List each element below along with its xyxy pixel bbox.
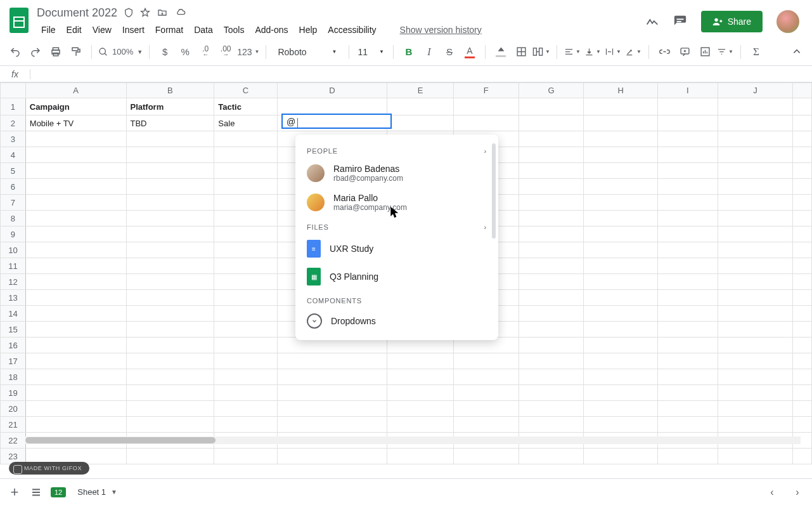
cell[interactable]: [718, 353, 792, 369]
cell[interactable]: [214, 322, 277, 338]
percent-button[interactable]: %: [176, 43, 194, 61]
component-item[interactable]: Dropdowns: [295, 308, 498, 334]
person-item[interactable]: Ramiro Badenas rbad@company.com: [295, 159, 498, 188]
cell[interactable]: [126, 385, 214, 401]
cell[interactable]: [793, 211, 812, 226]
row-header[interactable]: 17: [1, 353, 26, 369]
cell[interactable]: [519, 306, 584, 322]
notification-badge[interactable]: 12: [51, 487, 66, 497]
cell[interactable]: [657, 242, 718, 258]
cell[interactable]: [387, 353, 454, 369]
row-header[interactable]: 21: [1, 417, 26, 433]
row-header[interactable]: 18: [1, 369, 26, 385]
cell[interactable]: [214, 195, 277, 211]
cell[interactable]: [519, 290, 584, 306]
cell[interactable]: [718, 385, 792, 401]
cell[interactable]: [519, 385, 584, 401]
more-formats-button[interactable]: 123▼: [237, 43, 259, 61]
cell[interactable]: [657, 401, 718, 417]
cell[interactable]: [657, 322, 718, 338]
cell[interactable]: [718, 338, 792, 353]
cell[interactable]: [793, 338, 812, 353]
row-header[interactable]: 13: [1, 290, 26, 306]
cell[interactable]: [214, 226, 277, 242]
menu-insert[interactable]: Insert: [118, 22, 149, 37]
cell[interactable]: [126, 195, 214, 211]
row-header[interactable]: 14: [1, 306, 26, 322]
cell[interactable]: [126, 401, 214, 417]
cell[interactable]: [387, 417, 454, 433]
col-header[interactable]: I: [657, 83, 718, 98]
borders-button[interactable]: [512, 43, 530, 61]
cell[interactable]: [657, 98, 718, 115]
cell[interactable]: [793, 195, 812, 211]
cell[interactable]: [584, 449, 658, 464]
cell[interactable]: [584, 258, 658, 274]
cell[interactable]: [126, 353, 214, 369]
cell[interactable]: [25, 338, 126, 353]
cell[interactable]: [793, 369, 812, 385]
cell[interactable]: [387, 98, 454, 115]
cell[interactable]: [519, 131, 584, 147]
cell[interactable]: [126, 147, 214, 163]
col-header[interactable]: E: [387, 83, 454, 98]
cell[interactable]: [584, 290, 658, 306]
cloud-status-icon[interactable]: [174, 8, 187, 18]
cell[interactable]: [718, 401, 792, 417]
menu-addons[interactable]: Add-ons: [250, 22, 292, 37]
cell[interactable]: Campaign: [25, 98, 126, 115]
increase-decimal-button[interactable]: .00→: [217, 43, 235, 61]
menu-data[interactable]: Data: [190, 22, 217, 37]
cell[interactable]: [718, 306, 792, 322]
row-header[interactable]: 9: [1, 226, 26, 242]
file-item[interactable]: ▦ Q3 Planning: [295, 263, 498, 291]
cell[interactable]: [519, 369, 584, 385]
menu-file[interactable]: File: [37, 22, 60, 37]
version-history-link[interactable]: Show version history: [396, 22, 486, 37]
cell[interactable]: TBD: [126, 115, 214, 131]
cell[interactable]: [584, 353, 658, 369]
row-header[interactable]: 20: [1, 401, 26, 417]
row-header[interactable]: 11: [1, 258, 26, 274]
row-header[interactable]: 4: [1, 147, 26, 163]
font-size-picker[interactable]: 11▼: [356, 47, 387, 57]
cell[interactable]: [126, 322, 214, 338]
bold-button[interactable]: B: [400, 43, 418, 61]
cell[interactable]: [793, 179, 812, 195]
row-header[interactable]: 19: [1, 385, 26, 401]
sheets-app-icon[interactable]: [5, 6, 33, 34]
cell[interactable]: [387, 401, 454, 417]
cell[interactable]: [214, 417, 277, 433]
chevron-right-icon[interactable]: ›: [484, 147, 487, 155]
cell[interactable]: [519, 322, 584, 338]
col-header[interactable]: C: [214, 83, 277, 98]
row-header[interactable]: 1: [1, 98, 26, 115]
zoom-control[interactable]: 100% ▼: [98, 47, 143, 57]
text-wrap-button[interactable]: ▼: [604, 43, 622, 61]
cell[interactable]: [718, 131, 792, 147]
privacy-icon[interactable]: [124, 8, 134, 18]
select-all-corner[interactable]: [1, 83, 26, 98]
cell[interactable]: [793, 274, 812, 290]
row-header[interactable]: 16: [1, 338, 26, 353]
sheet-tab[interactable]: Sheet 1 ▼: [70, 483, 125, 501]
cell[interactable]: [126, 179, 214, 195]
chevron-right-icon[interactable]: ›: [484, 223, 487, 231]
cell[interactable]: [657, 147, 718, 163]
cell[interactable]: [25, 242, 126, 258]
undo-button[interactable]: [6, 43, 24, 61]
cell[interactable]: [519, 179, 584, 195]
cell[interactable]: [126, 163, 214, 179]
cell[interactable]: [718, 417, 792, 433]
cell[interactable]: [453, 401, 519, 417]
cell[interactable]: [25, 369, 126, 385]
cell[interactable]: [584, 417, 658, 433]
cell[interactable]: [25, 290, 126, 306]
menu-help[interactable]: Help: [295, 22, 322, 37]
italic-button[interactable]: I: [420, 43, 438, 61]
cell[interactable]: [793, 322, 812, 338]
person-item[interactable]: Maria Pallo maria@company.com: [295, 188, 498, 217]
fill-color-button[interactable]: [492, 43, 510, 61]
text-rotation-button[interactable]: ▼: [624, 43, 642, 61]
menu-accessibility[interactable]: Accessibility: [323, 22, 380, 37]
